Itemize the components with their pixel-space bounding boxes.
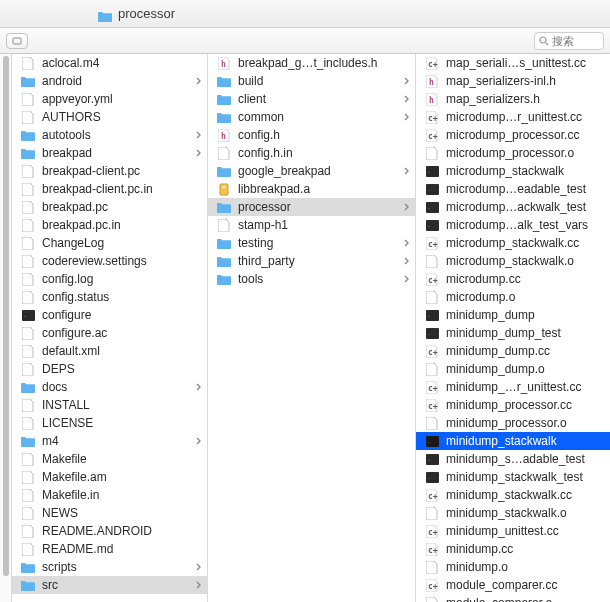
file-row[interactable]: breakpad.pc.in — [12, 216, 207, 234]
file-row[interactable]: c+minidump.cc — [416, 540, 610, 558]
c-icon: c+ — [424, 524, 440, 538]
file-icon — [424, 506, 440, 520]
file-row[interactable]: c+module_comparer.cc — [416, 576, 610, 594]
file-row[interactable]: microdump_processor.o — [416, 144, 610, 162]
file-row[interactable]: INSTALL — [12, 396, 207, 414]
file-row[interactable]: tools — [208, 270, 415, 288]
file-row[interactable]: c+minidump_stackwalk.cc — [416, 486, 610, 504]
window-title: processor — [118, 6, 175, 21]
file-row[interactable]: breakpad-client.pc — [12, 162, 207, 180]
file-row[interactable]: minidump_processor.o — [416, 414, 610, 432]
file-row[interactable]: minidump_dump.o — [416, 360, 610, 378]
file-icon — [20, 506, 36, 520]
file-row[interactable]: default.xml — [12, 342, 207, 360]
chevron-right-icon — [195, 149, 203, 157]
file-row[interactable]: hbreakpad_g…t_includes.h — [208, 54, 415, 72]
file-row[interactable]: _minidump_dump_test — [416, 324, 610, 342]
file-row[interactable]: hmap_serializers.h — [416, 90, 610, 108]
file-row[interactable]: config.status — [12, 288, 207, 306]
file-row[interactable]: Makefile.in — [12, 486, 207, 504]
file-row[interactable]: scripts — [12, 558, 207, 576]
file-row[interactable]: config.log — [12, 270, 207, 288]
file-row[interactable]: ChangeLog — [12, 234, 207, 252]
file-row[interactable]: module_comparer.o — [416, 594, 610, 602]
file-label: breakpad_g…t_includes.h — [238, 56, 411, 70]
file-row[interactable]: c+minidump_dump.cc — [416, 342, 610, 360]
file-label: microdump_stackwalk.cc — [446, 236, 606, 250]
file-row[interactable]: config.h.in — [208, 144, 415, 162]
scrollbar[interactable] — [3, 56, 9, 576]
file-row[interactable]: testing — [208, 234, 415, 252]
file-row[interactable]: README.ANDROID — [12, 522, 207, 540]
file-row[interactable]: appveyor.yml — [12, 90, 207, 108]
file-row[interactable]: hmap_serializers-inl.h — [416, 72, 610, 90]
file-row[interactable]: _microdump_stackwalk — [416, 162, 610, 180]
svg-text:_: _ — [427, 439, 430, 443]
search-input[interactable] — [552, 35, 599, 47]
exec-icon: _ — [424, 218, 440, 232]
file-row[interactable]: breakpad-client.pc.in — [12, 180, 207, 198]
file-label: config.status — [42, 290, 203, 304]
file-row[interactable]: LICENSE — [12, 414, 207, 432]
file-row[interactable]: _configure — [12, 306, 207, 324]
file-row[interactable]: AUTHORS — [12, 108, 207, 126]
file-row[interactable]: docs — [12, 378, 207, 396]
file-row[interactable]: c+microdump_processor.cc — [416, 126, 610, 144]
file-row[interactable]: DEPS — [12, 360, 207, 378]
file-row[interactable]: processor — [208, 198, 415, 216]
file-row[interactable]: NEWS — [12, 504, 207, 522]
file-row[interactable]: autotools — [12, 126, 207, 144]
back-button[interactable] — [6, 33, 28, 49]
file-row[interactable]: android — [12, 72, 207, 90]
file-row[interactable]: README.md — [12, 540, 207, 558]
file-row[interactable]: c+minidump_unittest.cc — [416, 522, 610, 540]
c-icon: c+ — [424, 128, 440, 142]
file-row[interactable]: common — [208, 108, 415, 126]
file-label: testing — [238, 236, 403, 250]
file-row[interactable]: c+microdump.cc — [416, 270, 610, 288]
file-row[interactable]: _minidump_s…adable_test — [416, 450, 610, 468]
file-row[interactable]: configure.ac — [12, 324, 207, 342]
file-row[interactable]: hconfig.h — [208, 126, 415, 144]
file-row[interactable]: c+minidump_…r_unittest.cc — [416, 378, 610, 396]
file-row[interactable]: breakpad — [12, 144, 207, 162]
file-row[interactable]: m4 — [12, 432, 207, 450]
file-row[interactable]: stamp-h1 — [208, 216, 415, 234]
file-row[interactable]: codereview.settings — [12, 252, 207, 270]
file-row[interactable]: microdump.o — [416, 288, 610, 306]
file-row[interactable]: _microdump…alk_test_vars — [416, 216, 610, 234]
file-label: minidump_dump_test — [446, 326, 606, 340]
file-row[interactable]: c+microdump…r_unittest.cc — [416, 108, 610, 126]
file-row[interactable]: libbreakpad.a — [208, 180, 415, 198]
file-row[interactable]: _microdump…eadable_test — [416, 180, 610, 198]
c-icon: c+ — [424, 542, 440, 556]
file-row[interactable]: c+minidump_processor.cc — [416, 396, 610, 414]
column-view: aclocal.m4androidappveyor.ymlAUTHORSauto… — [0, 54, 610, 602]
file-icon — [424, 560, 440, 574]
file-row[interactable]: minidump.o — [416, 558, 610, 576]
file-row[interactable]: third_party — [208, 252, 415, 270]
file-row[interactable]: google_breakpad — [208, 162, 415, 180]
file-row[interactable]: aclocal.m4 — [12, 54, 207, 72]
file-row[interactable]: c+microdump_stackwalk.cc — [416, 234, 610, 252]
file-label: minidump_dump.cc — [446, 344, 606, 358]
file-row[interactable]: client — [208, 90, 415, 108]
search-field[interactable] — [534, 32, 604, 50]
file-row[interactable]: microdump_stackwalk.o — [416, 252, 610, 270]
h-icon: h — [424, 74, 440, 88]
exec-icon: _ — [424, 434, 440, 448]
file-label: minidump_…r_unittest.cc — [446, 380, 606, 394]
file-row[interactable]: src — [12, 576, 207, 594]
file-label: map_serializers.h — [446, 92, 606, 106]
file-row[interactable]: _microdump…ackwalk_test — [416, 198, 610, 216]
file-row[interactable]: build — [208, 72, 415, 90]
file-icon — [424, 146, 440, 160]
file-row[interactable]: _minidump_stackwalk — [416, 432, 610, 450]
file-row[interactable]: _minidump_dump — [416, 306, 610, 324]
file-row[interactable]: minidump_stackwalk.o — [416, 504, 610, 522]
file-row[interactable]: c+map_seriali…s_unittest.cc — [416, 54, 610, 72]
file-row[interactable]: breakpad.pc — [12, 198, 207, 216]
file-row[interactable]: Makefile — [12, 450, 207, 468]
file-row[interactable]: _minidump_stackwalk_test — [416, 468, 610, 486]
file-row[interactable]: Makefile.am — [12, 468, 207, 486]
